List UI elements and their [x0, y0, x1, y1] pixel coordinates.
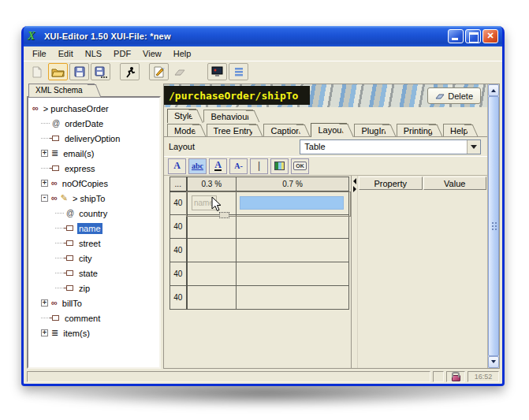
layout-combobox[interactable]: Table: [300, 139, 481, 154]
grid-cell[interactable]: [237, 215, 349, 239]
tab-plugin[interactable]: PlugIn: [354, 124, 389, 136]
grid-cell[interactable]: [237, 286, 349, 310]
close-button[interactable]: [482, 29, 498, 43]
tab-printing[interactable]: Printing: [397, 124, 436, 136]
save-button[interactable]: [69, 63, 89, 80]
menu-help[interactable]: Help: [168, 47, 198, 60]
tree-item-express[interactable]: express: [30, 161, 158, 176]
grid-cell[interactable]: [187, 286, 237, 310]
schema-panel: XML Schema > purchaseOrder orderDate: [27, 84, 161, 369]
main-toolbar: [24, 61, 502, 82]
grid-cell[interactable]: [237, 191, 349, 215]
menu-view[interactable]: View: [137, 47, 168, 60]
run-button[interactable]: [120, 63, 140, 80]
tab-mode[interactable]: Mode: [167, 124, 199, 136]
grid-cell[interactable]: [187, 239, 237, 262]
menu-list-button[interactable]: [229, 63, 248, 80]
menu-nls[interactable]: NLS: [80, 47, 108, 60]
minimize-button[interactable]: [448, 29, 464, 43]
title-bar[interactable]: XUI-Editor 1.50 XUI-File: *new: [24, 26, 502, 46]
scroll-down-button[interactable]: [488, 356, 499, 368]
tree-item-zip[interactable]: zip: [30, 281, 158, 295]
grid-cell[interactable]: [237, 239, 349, 262]
underline-button[interactable]: abc: [188, 158, 207, 174]
vertical-scrollbar[interactable]: [487, 84, 499, 368]
grid-col-header-2[interactable]: 0.7 %: [237, 177, 349, 191]
separator-button[interactable]: |: [250, 158, 268, 174]
arrow-down-icon: [491, 360, 496, 366]
tree-connector: [41, 318, 50, 318]
tree-item-emails[interactable]: email(s): [30, 146, 158, 161]
save-as-button[interactable]: [91, 63, 110, 80]
run-man-icon: [125, 66, 136, 78]
collapse-right-icon[interactable]: [353, 186, 356, 192]
tree-item-state[interactable]: state: [30, 266, 158, 281]
tree-item-orderdate[interactable]: orderDate: [30, 116, 158, 131]
open-file-button[interactable]: [48, 63, 68, 80]
expand-icon[interactable]: [41, 299, 48, 307]
eraser-button[interactable]: [170, 63, 190, 80]
expand-icon[interactable]: [41, 329, 48, 336]
tab-style[interactable]: Style: [167, 109, 196, 123]
grid-cell[interactable]: [187, 262, 237, 286]
tab-behaviour[interactable]: Behaviour: [203, 110, 253, 122]
scrollbar-thumb[interactable]: [488, 96, 499, 356]
grid-row-label[interactable]: 40: [170, 191, 187, 215]
tree-item-noofcopies[interactable]: noOfCopies: [30, 176, 158, 191]
edit-wizard-button[interactable]: [149, 63, 169, 80]
ok-control-button[interactable]: OK: [291, 158, 309, 174]
tree-item-deliveryoption[interactable]: deliveryOption: [30, 131, 158, 146]
eraser-icon: [435, 92, 445, 100]
tree-item-billto[interactable]: billTo: [30, 295, 158, 310]
maximize-button[interactable]: [465, 29, 481, 43]
schema-tree[interactable]: > purchaseOrder orderDate deliveryOption: [27, 96, 161, 369]
tab-help[interactable]: Help: [443, 124, 471, 136]
grid-row-1: 40 name: [170, 191, 349, 215]
new-document-button[interactable]: [27, 63, 47, 80]
menu-edit[interactable]: Edit: [53, 47, 80, 60]
image-button[interactable]: [270, 158, 289, 174]
tree-item-country[interactable]: country: [30, 206, 158, 221]
delete-button[interactable]: Delete: [427, 87, 481, 104]
collapse-icon[interactable]: [41, 195, 48, 202]
tab-caption[interactable]: Caption: [263, 124, 304, 136]
element-icon: [52, 136, 59, 141]
grid-col-header-1[interactable]: 0.3 %: [187, 177, 237, 191]
tree-item-name[interactable]: name: [30, 221, 158, 236]
tab-tree-entry[interactable]: Tree Entry: [207, 124, 257, 136]
collapse-left-icon[interactable]: [353, 178, 356, 184]
font-color-button[interactable]: A: [209, 158, 227, 174]
status-clock-cell: 16:52: [468, 371, 499, 382]
expand-icon[interactable]: [41, 150, 48, 157]
tree-item-purchaseorder[interactable]: > purchaseOrder: [30, 101, 158, 116]
tree-item-comment[interactable]: comment: [30, 310, 158, 325]
font-size-button[interactable]: A-: [229, 158, 248, 174]
tree-item-shipto[interactable]: > shipTo: [30, 191, 158, 206]
menu-file[interactable]: File: [27, 47, 53, 60]
tab-xml-schema[interactable]: XML Schema: [28, 84, 95, 97]
layout-canvas[interactable]: ... 0.3 % 0.7 % 40 name: [164, 176, 352, 368]
text-field-placeholder[interactable]: [240, 196, 344, 210]
preview-screen-button[interactable]: [207, 63, 227, 80]
list-icon: [51, 329, 58, 337]
tree-item-street[interactable]: street: [30, 236, 158, 251]
expand-icon[interactable]: [41, 180, 48, 187]
font-button[interactable]: A: [168, 158, 186, 174]
layout-label: Layout: [169, 142, 195, 151]
property-table-body[interactable]: [358, 190, 487, 368]
grid-row-label[interactable]: 40: [170, 215, 187, 239]
grid-row-label[interactable]: 40: [170, 286, 187, 310]
scroll-up-button[interactable]: [488, 84, 499, 96]
menu-pdf[interactable]: PDF: [108, 47, 137, 60]
grid-row-label[interactable]: 40: [170, 239, 187, 262]
grid-corner-cell[interactable]: ...: [170, 177, 187, 191]
splitter[interactable]: [352, 176, 358, 368]
tree-item-items[interactable]: item(s): [30, 325, 158, 340]
tree-item-city[interactable]: city: [30, 251, 158, 266]
grid-cell[interactable]: [187, 215, 237, 239]
element-icon: [52, 165, 59, 171]
combobox-arrow[interactable]: [467, 140, 480, 154]
grid-row-label[interactable]: 40: [170, 262, 187, 286]
tab-layout[interactable]: Layout: [311, 123, 347, 137]
grid-cell[interactable]: [237, 262, 349, 286]
